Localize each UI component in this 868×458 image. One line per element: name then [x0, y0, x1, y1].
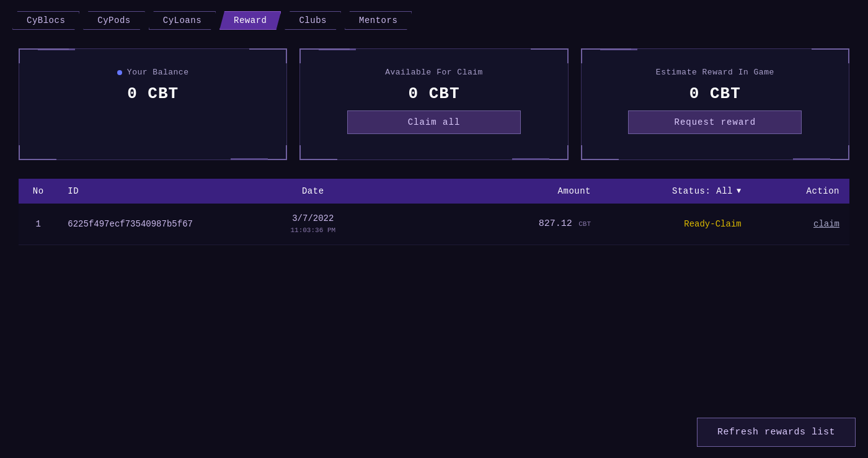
table-section: No ID Date Amount Status: All ▼ Action 1… [0, 173, 868, 251]
tab-clubs[interactable]: Clubs [285, 11, 341, 30]
tab-reward[interactable]: Reward [219, 11, 281, 30]
cell-date: 3/7/2022 11:03:36 PM [254, 204, 372, 245]
amount-value: 827.12 [539, 218, 572, 229]
tab-cyblocs[interactable]: CyBlocs [12, 11, 79, 30]
cell-action: claim [751, 204, 849, 245]
estimate-value: 0 CBT [689, 84, 741, 103]
available-value: 0 CBT [408, 84, 459, 103]
col-date: Date [254, 179, 372, 204]
balance-card: Your Balance 0 CBT [19, 48, 287, 160]
available-label: Available For Claim [385, 68, 483, 77]
cards-section: Your Balance 0 CBT Available For Claim 0… [0, 36, 868, 173]
refresh-btn-container: Refresh rewards list [697, 418, 856, 447]
cell-status: Ready-Claim [601, 204, 751, 245]
date-main: 3/7/2022 [264, 212, 362, 225]
col-action: Action [751, 179, 849, 204]
date-sub: 11:03:36 PM [264, 225, 362, 236]
estimate-card: Estimate Reward In Game 0 CBT Request re… [581, 48, 849, 160]
balance-dot [117, 70, 122, 75]
col-amount: Amount [372, 179, 601, 204]
request-reward-button[interactable]: Request reward [628, 110, 802, 134]
available-card: Available For Claim 0 CBT Claim all [299, 48, 568, 160]
table-header-row: No ID Date Amount Status: All ▼ Action [19, 179, 849, 204]
rewards-table: No ID Date Amount Status: All ▼ Action 1… [19, 179, 849, 245]
tab-cyloans[interactable]: CyLoans [149, 11, 216, 30]
tab-cypods[interactable]: CyPods [83, 11, 144, 30]
status-badge: Ready-Claim [684, 219, 741, 229]
chevron-down-icon: ▼ [737, 187, 742, 195]
cell-no: 1 [19, 204, 58, 245]
claim-action-link[interactable]: claim [813, 219, 839, 229]
balance-label: Your Balance [117, 68, 189, 77]
balance-value: 0 CBT [127, 84, 179, 103]
cell-amount: 827.12 CBT [372, 204, 601, 245]
cell-id: 6225f497ecf73540987b5f67 [58, 204, 254, 245]
table-body: 1 6225f497ecf73540987b5f67 3/7/2022 11:0… [19, 204, 849, 245]
nav-tabs: CyBlocsCyPodsCyLoansRewardClubsMentors [0, 0, 868, 36]
col-id: ID [58, 179, 254, 204]
col-no: No [19, 179, 58, 204]
claim-all-button[interactable]: Claim all [347, 110, 521, 134]
refresh-rewards-button[interactable]: Refresh rewards list [697, 418, 856, 447]
tab-mentors[interactable]: Mentors [345, 11, 412, 30]
estimate-label: Estimate Reward In Game [656, 68, 774, 77]
col-status[interactable]: Status: All ▼ [601, 179, 751, 204]
table-row: 1 6225f497ecf73540987b5f67 3/7/2022 11:0… [19, 204, 849, 245]
amount-unit: CBT [578, 220, 591, 228]
